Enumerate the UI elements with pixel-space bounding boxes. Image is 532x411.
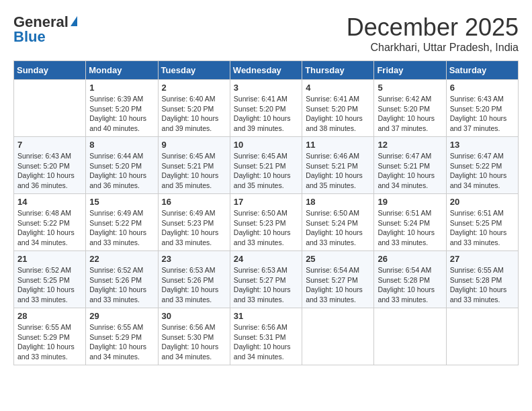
- day-number: 23: [162, 254, 226, 264]
- cell-info: Sunrise: 6:50 AMSunset: 5:24 PMDaylight:…: [306, 208, 370, 248]
- day-number: 31: [234, 311, 298, 321]
- day-number: 5: [378, 83, 442, 93]
- column-header-thursday: Thursday: [302, 61, 374, 80]
- cell-info: Sunrise: 6:47 AMSunset: 5:22 PMDaylight:…: [450, 151, 515, 191]
- cell-info: Sunrise: 6:39 AMSunset: 5:20 PMDaylight:…: [89, 94, 154, 134]
- calendar-cell: 21Sunrise: 6:52 AMSunset: 5:25 PMDayligh…: [14, 251, 86, 308]
- calendar-cell: 22Sunrise: 6:52 AMSunset: 5:26 PMDayligh…: [86, 251, 158, 308]
- calendar-cell: 10Sunrise: 6:45 AMSunset: 5:21 PMDayligh…: [230, 137, 302, 194]
- calendar-cell: 17Sunrise: 6:50 AMSunset: 5:23 PMDayligh…: [230, 194, 302, 251]
- cell-info: Sunrise: 6:45 AMSunset: 5:21 PMDaylight:…: [162, 151, 226, 191]
- column-header-sunday: Sunday: [14, 61, 86, 80]
- column-header-wednesday: Wednesday: [230, 61, 302, 80]
- day-number: 22: [89, 254, 154, 264]
- cell-info: Sunrise: 6:55 AMSunset: 5:29 PMDaylight:…: [17, 322, 82, 362]
- day-number: 14: [17, 197, 82, 207]
- calendar-week-3: 14Sunrise: 6:48 AMSunset: 5:22 PMDayligh…: [14, 194, 519, 251]
- cell-info: Sunrise: 6:41 AMSunset: 5:20 PMDaylight:…: [234, 94, 298, 134]
- day-number: 6: [450, 83, 515, 93]
- calendar-cell: 7Sunrise: 6:43 AMSunset: 5:20 PMDaylight…: [14, 137, 86, 194]
- calendar-cell: 20Sunrise: 6:51 AMSunset: 5:25 PMDayligh…: [446, 194, 518, 251]
- day-number: 7: [17, 140, 82, 150]
- day-number: 17: [234, 197, 298, 207]
- day-number: 21: [17, 254, 82, 264]
- column-header-tuesday: Tuesday: [158, 61, 230, 80]
- calendar-cell: 12Sunrise: 6:47 AMSunset: 5:21 PMDayligh…: [374, 137, 446, 194]
- calendar-cell: 14Sunrise: 6:48 AMSunset: 5:22 PMDayligh…: [14, 194, 86, 251]
- calendar-cell: 26Sunrise: 6:54 AMSunset: 5:28 PMDayligh…: [374, 251, 446, 308]
- month-title: December 2025: [347, 13, 519, 42]
- calendar-cell: 18Sunrise: 6:50 AMSunset: 5:24 PMDayligh…: [302, 194, 374, 251]
- calendar-cell: [446, 308, 518, 365]
- calendar-cell: 27Sunrise: 6:55 AMSunset: 5:28 PMDayligh…: [446, 251, 518, 308]
- cell-info: Sunrise: 6:42 AMSunset: 5:20 PMDaylight:…: [378, 94, 442, 134]
- location-title: Charkhari, Uttar Pradesh, India: [347, 42, 519, 54]
- day-number: 12: [378, 140, 442, 150]
- cell-info: Sunrise: 6:51 AMSunset: 5:25 PMDaylight:…: [450, 208, 515, 248]
- calendar-cell: 13Sunrise: 6:47 AMSunset: 5:22 PMDayligh…: [446, 137, 518, 194]
- cell-info: Sunrise: 6:52 AMSunset: 5:25 PMDaylight:…: [17, 265, 82, 305]
- calendar-cell: [302, 308, 374, 365]
- calendar-cell: 19Sunrise: 6:51 AMSunset: 5:24 PMDayligh…: [374, 194, 446, 251]
- day-number: 26: [378, 254, 442, 264]
- day-number: 13: [450, 140, 515, 150]
- calendar-week-1: 1Sunrise: 6:39 AMSunset: 5:20 PMDaylight…: [14, 80, 519, 137]
- cell-info: Sunrise: 6:41 AMSunset: 5:20 PMDaylight:…: [306, 94, 370, 134]
- calendar-cell: 1Sunrise: 6:39 AMSunset: 5:20 PMDaylight…: [86, 80, 158, 137]
- cell-info: Sunrise: 6:54 AMSunset: 5:28 PMDaylight:…: [378, 265, 442, 305]
- day-number: 9: [162, 140, 226, 150]
- calendar-week-5: 28Sunrise: 6:55 AMSunset: 5:29 PMDayligh…: [14, 308, 519, 365]
- day-number: 18: [306, 197, 370, 207]
- day-number: 11: [306, 140, 370, 150]
- calendar-cell: 24Sunrise: 6:53 AMSunset: 5:27 PMDayligh…: [230, 251, 302, 308]
- cell-info: Sunrise: 6:49 AMSunset: 5:23 PMDaylight:…: [162, 208, 226, 248]
- cell-info: Sunrise: 6:53 AMSunset: 5:27 PMDaylight:…: [234, 265, 298, 305]
- calendar-cell: 5Sunrise: 6:42 AMSunset: 5:20 PMDaylight…: [374, 80, 446, 137]
- cell-info: Sunrise: 6:51 AMSunset: 5:24 PMDaylight:…: [378, 208, 442, 248]
- logo-triangle-icon: [71, 16, 77, 26]
- calendar-cell: 29Sunrise: 6:55 AMSunset: 5:29 PMDayligh…: [86, 308, 158, 365]
- day-number: 2: [162, 83, 226, 93]
- calendar-body: 1Sunrise: 6:39 AMSunset: 5:20 PMDaylight…: [14, 80, 519, 365]
- cell-info: Sunrise: 6:43 AMSunset: 5:20 PMDaylight:…: [17, 151, 82, 191]
- day-number: 1: [89, 83, 154, 93]
- cell-info: Sunrise: 6:48 AMSunset: 5:22 PMDaylight:…: [17, 208, 82, 248]
- calendar-cell: 31Sunrise: 6:56 AMSunset: 5:31 PMDayligh…: [230, 308, 302, 365]
- cell-info: Sunrise: 6:55 AMSunset: 5:28 PMDaylight:…: [450, 265, 515, 305]
- calendar-cell: 28Sunrise: 6:55 AMSunset: 5:29 PMDayligh…: [14, 308, 86, 365]
- cell-info: Sunrise: 6:52 AMSunset: 5:26 PMDaylight:…: [89, 265, 154, 305]
- calendar-week-4: 21Sunrise: 6:52 AMSunset: 5:25 PMDayligh…: [14, 251, 519, 308]
- calendar-cell: 6Sunrise: 6:43 AMSunset: 5:20 PMDaylight…: [446, 80, 518, 137]
- cell-info: Sunrise: 6:55 AMSunset: 5:29 PMDaylight:…: [89, 322, 154, 362]
- calendar-cell: 30Sunrise: 6:56 AMSunset: 5:30 PMDayligh…: [158, 308, 230, 365]
- logo: General Blue: [13, 13, 77, 46]
- calendar-cell: 15Sunrise: 6:49 AMSunset: 5:22 PMDayligh…: [86, 194, 158, 251]
- day-number: 19: [378, 197, 442, 207]
- day-number: 16: [162, 197, 226, 207]
- day-number: 25: [306, 254, 370, 264]
- calendar-cell: 2Sunrise: 6:40 AMSunset: 5:20 PMDaylight…: [158, 80, 230, 137]
- calendar-cell: 25Sunrise: 6:54 AMSunset: 5:27 PMDayligh…: [302, 251, 374, 308]
- calendar-cell: 16Sunrise: 6:49 AMSunset: 5:23 PMDayligh…: [158, 194, 230, 251]
- cell-info: Sunrise: 6:40 AMSunset: 5:20 PMDaylight:…: [162, 94, 226, 134]
- cell-info: Sunrise: 6:46 AMSunset: 5:21 PMDaylight:…: [306, 151, 370, 191]
- day-number: 27: [450, 254, 515, 264]
- day-number: 4: [306, 83, 370, 93]
- cell-info: Sunrise: 6:49 AMSunset: 5:22 PMDaylight:…: [89, 208, 154, 248]
- logo-blue-text: Blue: [13, 28, 46, 46]
- column-header-monday: Monday: [86, 61, 158, 80]
- cell-info: Sunrise: 6:54 AMSunset: 5:27 PMDaylight:…: [306, 265, 370, 305]
- calendar-cell: 11Sunrise: 6:46 AMSunset: 5:21 PMDayligh…: [302, 137, 374, 194]
- column-header-saturday: Saturday: [446, 61, 518, 80]
- calendar-cell: [14, 80, 86, 137]
- cell-info: Sunrise: 6:53 AMSunset: 5:26 PMDaylight:…: [162, 265, 226, 305]
- day-number: 28: [17, 311, 82, 321]
- calendar-cell: 9Sunrise: 6:45 AMSunset: 5:21 PMDaylight…: [158, 137, 230, 194]
- cell-info: Sunrise: 6:47 AMSunset: 5:21 PMDaylight:…: [378, 151, 442, 191]
- calendar-table: SundayMondayTuesdayWednesdayThursdayFrid…: [13, 60, 519, 365]
- calendar-cell: 4Sunrise: 6:41 AMSunset: 5:20 PMDaylight…: [302, 80, 374, 137]
- cell-info: Sunrise: 6:56 AMSunset: 5:31 PMDaylight:…: [234, 322, 298, 362]
- cell-info: Sunrise: 6:43 AMSunset: 5:20 PMDaylight:…: [450, 94, 515, 134]
- day-number: 15: [89, 197, 154, 207]
- day-number: 8: [89, 140, 154, 150]
